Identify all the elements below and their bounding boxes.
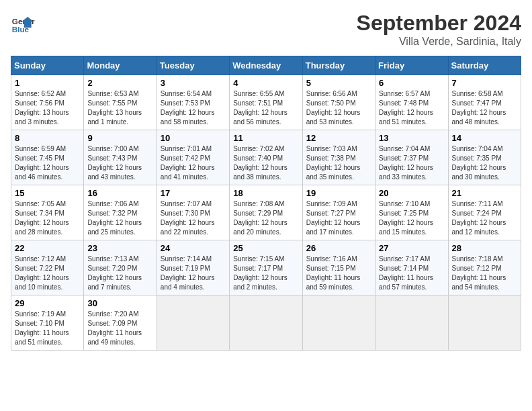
day-of-week-header: Friday	[375, 56, 448, 75]
calendar-day-cell: 6 Sunrise: 6:57 AMSunset: 7:48 PMDayligh…	[375, 75, 448, 130]
calendar-day-cell: 21 Sunrise: 7:11 AMSunset: 7:24 PMDaylig…	[448, 185, 521, 240]
calendar-day-cell: 7 Sunrise: 6:58 AMSunset: 7:47 PMDayligh…	[448, 75, 521, 130]
calendar-day-cell	[448, 295, 521, 351]
calendar-day-cell	[230, 295, 302, 351]
calendar-day-cell: 8 Sunrise: 6:59 AMSunset: 7:45 PMDayligh…	[11, 130, 84, 185]
calendar-day-cell: 26 Sunrise: 7:16 AMSunset: 7:15 PMDaylig…	[302, 240, 375, 295]
calendar-day-cell: 24 Sunrise: 7:14 AMSunset: 7:19 PMDaylig…	[157, 240, 229, 295]
day-detail: Sunrise: 7:11 AMSunset: 7:24 PMDaylight:…	[452, 200, 506, 236]
day-detail: Sunrise: 7:08 AMSunset: 7:29 PMDaylight:…	[233, 200, 287, 236]
calendar-day-cell: 28 Sunrise: 7:18 AMSunset: 7:12 PMDaylig…	[448, 240, 521, 295]
day-number: 18	[233, 188, 298, 198]
day-detail: Sunrise: 7:01 AMSunset: 7:42 PMDaylight:…	[161, 145, 215, 181]
day-detail: Sunrise: 6:52 AMSunset: 7:56 PMDaylight:…	[15, 90, 69, 126]
day-of-week-header: Sunday	[11, 56, 84, 75]
day-number: 27	[379, 243, 444, 253]
month-title: September 2024	[357, 11, 521, 36]
calendar-day-cell	[157, 295, 229, 351]
day-number: 20	[379, 188, 444, 198]
day-number: 22	[15, 243, 80, 253]
calendar-day-cell: 10 Sunrise: 7:01 AMSunset: 7:42 PMDaylig…	[157, 130, 229, 185]
calendar-week-row: 29 Sunrise: 7:19 AMSunset: 7:10 PMDaylig…	[11, 295, 521, 351]
day-number: 3	[161, 78, 226, 88]
day-number: 25	[233, 243, 298, 253]
day-detail: Sunrise: 6:56 AMSunset: 7:50 PMDaylight:…	[306, 90, 361, 126]
day-detail: Sunrise: 7:13 AMSunset: 7:20 PMDaylight:…	[87, 255, 142, 291]
calendar-day-cell: 29 Sunrise: 7:19 AMSunset: 7:10 PMDaylig…	[11, 295, 84, 351]
calendar-day-cell	[375, 295, 448, 351]
day-number: 29	[15, 298, 80, 308]
day-number: 26	[306, 243, 371, 253]
calendar-day-cell: 30 Sunrise: 7:20 AMSunset: 7:09 PMDaylig…	[84, 295, 157, 351]
title-area: September 2024 Villa Verde, Sardinia, It…	[357, 11, 521, 48]
calendar-day-cell: 13 Sunrise: 7:04 AMSunset: 7:37 PMDaylig…	[375, 130, 448, 185]
day-detail: Sunrise: 6:58 AMSunset: 7:47 PMDaylight:…	[452, 90, 506, 126]
day-number: 12	[306, 133, 371, 143]
calendar-day-cell: 4 Sunrise: 6:55 AMSunset: 7:51 PMDayligh…	[230, 75, 302, 130]
day-number: 13	[379, 133, 444, 143]
day-detail: Sunrise: 6:54 AMSunset: 7:53 PMDaylight:…	[161, 90, 215, 126]
day-number: 4	[233, 78, 298, 88]
calendar-day-cell: 12 Sunrise: 7:03 AMSunset: 7:38 PMDaylig…	[302, 130, 375, 185]
day-of-week-header: Monday	[84, 56, 157, 75]
day-of-week-header: Saturday	[448, 56, 521, 75]
calendar-day-cell: 16 Sunrise: 7:06 AMSunset: 7:32 PMDaylig…	[84, 185, 157, 240]
day-number: 10	[161, 133, 226, 143]
day-number: 14	[452, 133, 517, 143]
day-detail: Sunrise: 7:00 AMSunset: 7:43 PMDaylight:…	[87, 145, 142, 181]
day-detail: Sunrise: 7:03 AMSunset: 7:38 PMDaylight:…	[306, 145, 361, 181]
calendar-day-cell: 15 Sunrise: 7:05 AMSunset: 7:34 PMDaylig…	[11, 185, 84, 240]
calendar-day-cell: 14 Sunrise: 7:04 AMSunset: 7:35 PMDaylig…	[448, 130, 521, 185]
calendar-day-cell: 11 Sunrise: 7:02 AMSunset: 7:40 PMDaylig…	[230, 130, 302, 185]
day-number: 11	[233, 133, 298, 143]
day-number: 19	[306, 188, 371, 198]
day-detail: Sunrise: 7:14 AMSunset: 7:19 PMDaylight:…	[161, 255, 215, 291]
calendar-day-cell	[302, 295, 375, 351]
logo: General Blue	[11, 11, 35, 35]
calendar-week-row: 15 Sunrise: 7:05 AMSunset: 7:34 PMDaylig…	[11, 185, 521, 240]
day-number: 24	[161, 243, 226, 253]
day-detail: Sunrise: 7:05 AMSunset: 7:34 PMDaylight:…	[15, 200, 69, 236]
day-number: 8	[15, 133, 80, 143]
day-number: 1	[15, 78, 80, 88]
day-detail: Sunrise: 7:02 AMSunset: 7:40 PMDaylight:…	[233, 145, 287, 181]
day-number: 16	[87, 188, 152, 198]
calendar-day-cell: 3 Sunrise: 6:54 AMSunset: 7:53 PMDayligh…	[157, 75, 229, 130]
day-number: 15	[15, 188, 80, 198]
day-detail: Sunrise: 7:19 AMSunset: 7:10 PMDaylight:…	[15, 310, 69, 346]
calendar-week-row: 22 Sunrise: 7:12 AMSunset: 7:22 PMDaylig…	[11, 240, 521, 295]
calendar-day-cell: 27 Sunrise: 7:17 AMSunset: 7:14 PMDaylig…	[375, 240, 448, 295]
day-detail: Sunrise: 7:12 AMSunset: 7:22 PMDaylight:…	[15, 255, 69, 291]
day-detail: Sunrise: 6:57 AMSunset: 7:48 PMDaylight:…	[379, 90, 433, 126]
day-detail: Sunrise: 7:04 AMSunset: 7:37 PMDaylight:…	[379, 145, 433, 181]
day-detail: Sunrise: 6:55 AMSunset: 7:51 PMDaylight:…	[233, 90, 287, 126]
header: General Blue September 2024 Villa Verde,…	[11, 11, 521, 48]
header-row: SundayMondayTuesdayWednesdayThursdayFrid…	[11, 56, 521, 75]
day-detail: Sunrise: 6:53 AMSunset: 7:55 PMDaylight:…	[87, 90, 142, 126]
calendar-day-cell: 17 Sunrise: 7:07 AMSunset: 7:30 PMDaylig…	[157, 185, 229, 240]
day-detail: Sunrise: 7:09 AMSunset: 7:27 PMDaylight:…	[306, 200, 361, 236]
calendar-day-cell: 1 Sunrise: 6:52 AMSunset: 7:56 PMDayligh…	[11, 75, 84, 130]
day-detail: Sunrise: 7:16 AMSunset: 7:15 PMDaylight:…	[306, 255, 361, 291]
calendar-week-row: 1 Sunrise: 6:52 AMSunset: 7:56 PMDayligh…	[11, 75, 521, 130]
day-number: 7	[452, 78, 517, 88]
calendar-week-row: 8 Sunrise: 6:59 AMSunset: 7:45 PMDayligh…	[11, 130, 521, 185]
day-detail: Sunrise: 7:06 AMSunset: 7:32 PMDaylight:…	[87, 200, 142, 236]
calendar-day-cell: 5 Sunrise: 6:56 AMSunset: 7:50 PMDayligh…	[302, 75, 375, 130]
calendar-day-cell: 20 Sunrise: 7:10 AMSunset: 7:25 PMDaylig…	[375, 185, 448, 240]
logo-icon: General Blue	[11, 11, 35, 35]
day-number: 28	[452, 243, 517, 253]
day-number: 5	[306, 78, 371, 88]
day-of-week-header: Tuesday	[157, 56, 229, 75]
day-detail: Sunrise: 7:17 AMSunset: 7:14 PMDaylight:…	[379, 255, 433, 291]
day-number: 23	[87, 243, 152, 253]
day-number: 2	[87, 78, 152, 88]
day-detail: Sunrise: 7:04 AMSunset: 7:35 PMDaylight:…	[452, 145, 506, 181]
day-number: 9	[87, 133, 152, 143]
day-number: 17	[161, 188, 226, 198]
calendar-day-cell: 19 Sunrise: 7:09 AMSunset: 7:27 PMDaylig…	[302, 185, 375, 240]
calendar-day-cell: 22 Sunrise: 7:12 AMSunset: 7:22 PMDaylig…	[11, 240, 84, 295]
day-detail: Sunrise: 6:59 AMSunset: 7:45 PMDaylight:…	[15, 145, 69, 181]
day-of-week-header: Thursday	[302, 56, 375, 75]
day-detail: Sunrise: 7:10 AMSunset: 7:25 PMDaylight:…	[379, 200, 433, 236]
